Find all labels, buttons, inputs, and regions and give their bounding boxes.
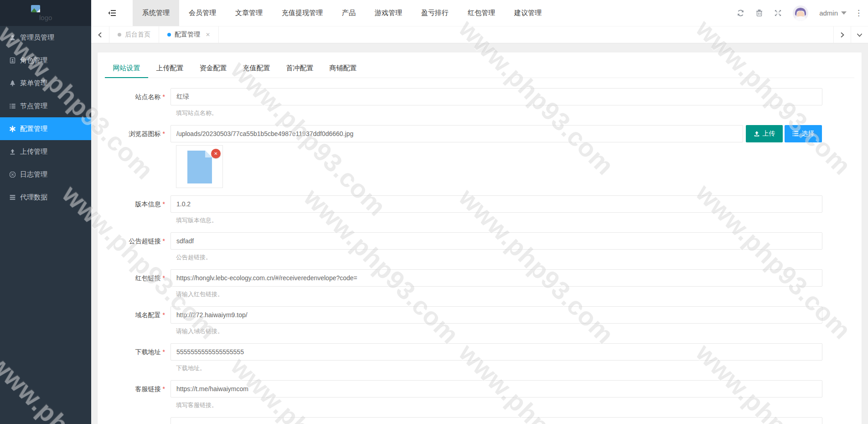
more-menu-icon[interactable]: ⋮ — [855, 8, 863, 18]
select-button[interactable]: 选择 — [785, 125, 822, 142]
nav-tab-redpacket[interactable]: 红包管理 — [458, 0, 505, 26]
tab-upload-config[interactable]: 上传配置 — [148, 64, 191, 78]
field-announcement-link: 公告超链接 公告超链接。 — [105, 232, 854, 261]
upload-icon — [754, 131, 760, 137]
tab-first-charge-config[interactable]: 首冲配置 — [278, 64, 321, 78]
user-menu[interactable]: admin — [819, 9, 847, 17]
list-icon — [792, 131, 799, 137]
tab-site-settings[interactable]: 网站设置 — [105, 64, 148, 78]
tab-shop-config[interactable]: 商铺配置 — [321, 64, 365, 78]
tab-funds-config[interactable]: 资金配置 — [191, 64, 235, 78]
nav-tab-system[interactable]: 系统管理 — [133, 0, 179, 26]
tabs-bar-right — [833, 26, 868, 43]
field-help: 填写站点名称。 — [176, 109, 854, 117]
field-label: 版本信息 — [105, 195, 170, 213]
avatar[interactable] — [793, 5, 808, 21]
remove-image-icon[interactable]: ✕ — [211, 149, 221, 158]
field-help: 请输入域名链接。 — [176, 327, 854, 335]
main-content: 网站设置 上传配置 资金配置 充值配置 首冲配置 商铺配置 站点名称 填写站点名… — [91, 43, 868, 424]
field-help: 公告超链接。 — [176, 253, 854, 261]
logo-area: logo — [0, 0, 91, 26]
version-input[interactable] — [170, 195, 822, 213]
field-redpacket-link: 红包链接 请输入红包链接。 — [105, 269, 854, 298]
field-site-name: 站点名称 填写站点名称。 — [105, 88, 854, 117]
log-octagon-icon — [9, 171, 16, 178]
support-link-input[interactable] — [170, 380, 822, 398]
sidebar-item-admins[interactable]: 管理员管理 — [0, 26, 91, 49]
tabs-more-dropdown-icon[interactable] — [851, 26, 868, 43]
sidebar-item-nodes[interactable]: 节点管理 — [0, 94, 91, 117]
tab-status-dot — [118, 33, 121, 37]
refresh-icon[interactable] — [737, 9, 744, 17]
nav-tab-suggestions[interactable]: 建议管理 — [505, 0, 551, 26]
sidebar-item-label: 上传管理 — [20, 147, 47, 156]
sidebar-item-config[interactable]: 配置管理 — [0, 117, 91, 140]
trash-icon[interactable] — [755, 9, 763, 17]
fullscreen-icon[interactable] — [774, 9, 782, 17]
nav-tab-games[interactable]: 游戏管理 — [365, 0, 412, 26]
field-partial-bottom — [105, 417, 854, 424]
tabs-scroll-right-icon[interactable] — [833, 26, 851, 43]
download-url-input[interactable] — [170, 343, 822, 361]
id-badge-icon — [9, 57, 16, 64]
logo-image-icon — [31, 5, 40, 13]
collapse-menu-icon[interactable] — [91, 0, 133, 26]
site-name-input[interactable] — [170, 88, 822, 105]
partial-bottom-input[interactable] — [170, 417, 822, 424]
sidebar-item-upload[interactable]: 上传管理 — [0, 140, 91, 163]
field-help: 下载地址。 — [176, 364, 854, 372]
sidebar-item-agent-data[interactable]: 代理数据 — [0, 186, 91, 209]
page-tab-label: 后台首页 — [125, 31, 150, 39]
sidebar-item-logs[interactable]: 日志管理 — [0, 163, 91, 186]
redpacket-link-input[interactable] — [170, 269, 822, 287]
tab-recharge-config[interactable]: 充值配置 — [235, 64, 278, 78]
field-label: 客服链接 — [105, 380, 170, 398]
sidebar-item-menus[interactable]: 菜单管理 — [0, 72, 91, 94]
page-tab-home[interactable]: 后台首页 — [109, 26, 159, 43]
tree-icon — [9, 80, 16, 87]
field-domain-config: 域名配置 请输入域名链接。 — [105, 306, 854, 335]
chevron-down-icon — [841, 11, 847, 15]
nav-tab-recharge-withdraw[interactable]: 充值提现管理 — [272, 0, 332, 26]
tabs-scroll-left-icon[interactable] — [91, 26, 109, 43]
upload-arrow-icon — [9, 148, 16, 155]
announcement-link-input[interactable] — [170, 232, 822, 250]
sidebar-item-roles[interactable]: 角色管理 — [0, 49, 91, 72]
nav-tab-pnl-ranking[interactable]: 盈亏排行 — [412, 0, 458, 26]
list-icon — [9, 103, 16, 110]
sidebar-item-label: 代理数据 — [20, 193, 47, 202]
upload-button[interactable]: 上传 — [746, 125, 783, 142]
sidebar-item-label: 节点管理 — [20, 102, 47, 110]
upload-button-label: 上传 — [763, 130, 775, 138]
sidebar-item-label: 日志管理 — [20, 170, 47, 179]
field-label: 公告超链接 — [105, 232, 170, 250]
field-support-link: 客服链接 填写客服链接。 — [105, 380, 854, 409]
browser-icon-input[interactable] — [170, 125, 743, 142]
field-help: 填写客服链接。 — [176, 401, 854, 409]
sidebar-item-label: 角色管理 — [20, 56, 47, 65]
nav-tab-products[interactable]: 产品 — [332, 0, 365, 26]
header-actions: admin ⋮ — [737, 0, 868, 26]
page-tab-label: 配置管理 — [175, 31, 200, 39]
config-tabs: 网站设置 上传配置 资金配置 充值配置 首冲配置 商铺配置 — [105, 52, 854, 78]
top-header: 系统管理 会员管理 文章管理 充值提现管理 产品 游戏管理 盈亏排行 红包管理 … — [91, 0, 868, 26]
field-label: 域名配置 — [105, 306, 170, 324]
field-label: 红包链接 — [105, 269, 170, 287]
sidebar-item-label: 配置管理 — [20, 125, 47, 133]
sidebar: logo 管理员管理 角色管理 菜单管理 节点管理 配置管理 上传管理 — [0, 0, 91, 424]
field-help: 请输入红包链接。 — [176, 290, 854, 298]
icon-preview-thumbnail: ✕ — [176, 145, 223, 188]
field-version: 版本信息 填写版本信息。 — [105, 195, 854, 224]
tab-status-dot — [167, 33, 171, 37]
nav-tab-articles[interactable]: 文章管理 — [226, 0, 272, 26]
domain-config-input[interactable] — [170, 306, 822, 324]
username: admin — [819, 9, 838, 17]
close-tab-icon[interactable]: ✕ — [206, 31, 210, 38]
config-card: 网站设置 上传配置 资金配置 充值配置 首冲配置 商铺配置 站点名称 填写站点名… — [98, 52, 862, 424]
field-label: 浏览器图标 — [105, 125, 170, 142]
nav-tab-members[interactable]: 会员管理 — [179, 0, 226, 26]
field-label: 站点名称 — [105, 88, 170, 105]
page-tab-config[interactable]: 配置管理 ✕ — [159, 26, 219, 43]
user-icon — [9, 34, 16, 41]
sidebar-item-label: 管理员管理 — [20, 33, 54, 42]
